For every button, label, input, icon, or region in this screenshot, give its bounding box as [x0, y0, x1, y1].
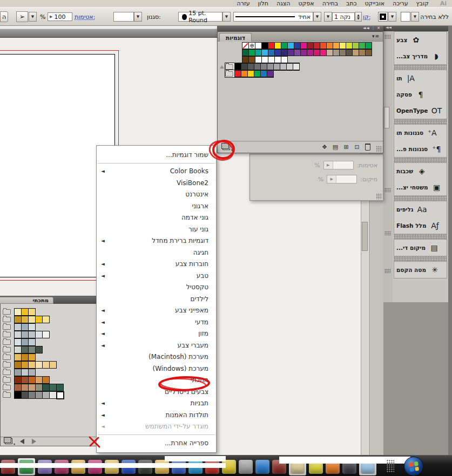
dock-separator[interactable]	[394, 196, 447, 201]
menu-item[interactable]: מזון◄	[97, 328, 216, 340]
select-similar-button[interactable]: ➢	[16, 11, 28, 22]
library-swatch[interactable]	[56, 384, 64, 391]
library-swatch[interactable]	[28, 346, 36, 353]
dock-separator[interactable]	[394, 158, 447, 162]
stroke-weight-spinner[interactable]: ▲▼	[355, 12, 362, 22]
brush-field[interactable]: 15 pt. Round	[178, 12, 222, 22]
menu-item[interactable]: אינטרנט	[97, 189, 216, 201]
color-group-folder-icon[interactable]	[3, 347, 11, 352]
panel-collapse-icon[interactable]: ◄◄	[363, 26, 370, 30]
library-swatch[interactable]	[14, 369, 22, 376]
new-color-group-button[interactable]: ⊞	[341, 143, 352, 152]
color-group-folder-icon[interactable]	[3, 362, 11, 368]
menu-item[interactable]: אפקט	[298, 0, 314, 7]
swatch-pattern[interactable]	[281, 56, 288, 63]
menu-item[interactable]: מערכת (Macintosh)	[97, 351, 216, 363]
menu-item[interactable]: VisiBone2	[97, 177, 216, 189]
menu-item-metallic[interactable]: מתכתי	[97, 375, 216, 386]
menu-item[interactable]: מאפייני צבע◄	[97, 305, 216, 317]
menu-item[interactable]: דוגמיות ברירת מחדל◄	[97, 235, 216, 247]
color-group-folder-icon[interactable]	[3, 332, 11, 337]
swatch[interactable]	[293, 63, 300, 70]
dock-item[interactable]: Aƒמלל Flash	[394, 217, 447, 234]
menu-item[interactable]: שמור דוגמיות...	[97, 149, 216, 161]
color-group-folder-icon[interactable]	[3, 309, 11, 315]
dock-item[interactable]: ¶פסקה	[394, 86, 447, 103]
menu-item[interactable]: קובץ	[416, 0, 429, 7]
library-swatch[interactable]	[28, 338, 36, 346]
library-swatch[interactable]	[42, 331, 50, 338]
library-swatch[interactable]	[21, 369, 29, 376]
menu-item[interactable]: חוברות צבע◄	[97, 259, 216, 270]
menu-item[interactable]: עזרה	[237, 0, 250, 7]
swatch-kinds-menu-button[interactable]: ❖	[319, 143, 330, 152]
library-swatch[interactable]	[21, 338, 29, 346]
menu-item[interactable]: חגיגה	[97, 247, 216, 259]
menu-item[interactable]: מוגדר על-ידי המשתמש◄	[97, 421, 216, 433]
menu-item[interactable]: טקסטיל	[97, 282, 216, 294]
stroke-color-swatch[interactable]	[378, 12, 388, 22]
dock-separator[interactable]	[394, 65, 447, 70]
dock-item[interactable]: ▣משטחי יצ...	[394, 179, 447, 195]
menu-item[interactable]: תבניות◄	[97, 398, 216, 410]
color-group-folder-icon[interactable]	[3, 370, 11, 375]
gray-app-icon[interactable]	[239, 460, 253, 474]
dock-item[interactable]: Aaגליפים	[394, 201, 447, 217]
media-player-icon[interactable]	[255, 460, 269, 474]
library-swatch[interactable]	[21, 316, 29, 323]
style-field[interactable]	[113, 12, 134, 22]
panel-menu-icon[interactable]: ▾≡	[372, 33, 380, 39]
swatch[interactable]	[365, 42, 372, 49]
library-swatch[interactable]	[28, 384, 36, 391]
color-group-folder-icon[interactable]	[3, 324, 11, 330]
library-swatch[interactable]	[14, 346, 22, 353]
menu-item[interactable]: מדעי◄	[97, 316, 216, 328]
dock-separator[interactable]	[394, 256, 447, 261]
new-swatch-button[interactable]: ⊡	[352, 143, 362, 152]
library-swatch[interactable]	[14, 308, 22, 316]
dock-separator[interactable]	[394, 234, 447, 239]
dock-item[interactable]: ✿צבע	[394, 32, 447, 48]
library-swatch[interactable]	[28, 308, 36, 316]
library-swatch[interactable]	[14, 338, 22, 346]
menu-item[interactable]: תולדות האמנות◄	[97, 409, 216, 421]
dock-item[interactable]: A⁺סגנונות תו	[394, 125, 447, 141]
library-swatch[interactable]	[21, 308, 29, 316]
library-swatch[interactable]	[42, 384, 50, 391]
library-swatch[interactable]	[28, 361, 36, 369]
style-dropdown[interactable]: ▼	[134, 12, 142, 22]
tab-metallic[interactable]: מתכתי	[0, 297, 53, 304]
opacity-link[interactable]: אטימות:	[75, 13, 95, 21]
library-swatch[interactable]	[49, 361, 57, 369]
dock-item[interactable]: A|תו	[394, 70, 447, 86]
library-swatch[interactable]	[28, 369, 36, 376]
dock-item[interactable]: ◈שכבות	[394, 163, 447, 179]
library-swatch[interactable]	[21, 331, 29, 338]
library-swatch[interactable]	[14, 323, 22, 331]
library-swatch[interactable]	[14, 376, 22, 384]
library-swatch[interactable]	[14, 353, 22, 361]
dock-separator[interactable]	[394, 119, 447, 124]
menu-item[interactable]: בחירה	[322, 0, 338, 7]
menu-item[interactable]: ארגוני	[97, 200, 216, 212]
menu-item[interactable]: מעברי צבע◄	[97, 339, 216, 351]
swatches-titlebar[interactable]	[218, 25, 383, 32]
color-group-folder-icon[interactable]	[3, 317, 11, 322]
swatch-libraries-icon[interactable]	[5, 438, 12, 444]
dock-collapse-icon[interactable]: ◄◄	[386, 25, 392, 30]
tab-swatches[interactable]: דוגמיות	[219, 33, 252, 42]
library-swatch[interactable]	[21, 376, 29, 384]
color-group-folder-icon[interactable]	[3, 385, 11, 390]
library-swatch[interactable]	[28, 353, 36, 361]
color-group-folder-icon[interactable]	[3, 355, 11, 360]
swatch-libraries-menu-button[interactable]	[221, 143, 232, 152]
left-partial-button[interactable]: ה	[0, 11, 8, 22]
menu-item[interactable]: מערכת (Windows)	[97, 363, 216, 375]
menu-item[interactable]: גוני עור	[97, 223, 216, 235]
resize-grip[interactable]	[376, 194, 382, 199]
color-group-folder-icon[interactable]	[225, 71, 233, 77]
stroke-weight-field[interactable]: נקה 1	[332, 12, 355, 21]
dock-item[interactable]: OTOpenType	[394, 103, 447, 119]
library-swatch[interactable]	[35, 384, 43, 391]
library-swatch[interactable]	[28, 323, 36, 331]
